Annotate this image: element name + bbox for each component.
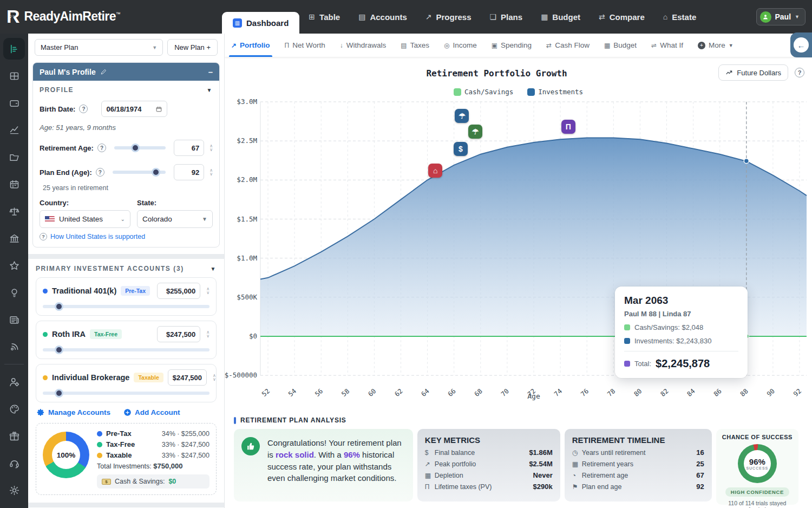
bank-icon[interactable]: Π <box>561 120 575 134</box>
account-value-input[interactable]: $247,500 <box>157 326 200 342</box>
help-icon[interactable]: ? <box>97 144 106 152</box>
age-note: Age: 51 years, 9 months <box>40 123 213 132</box>
tab-accounts[interactable]: ▤Accounts <box>349 0 416 34</box>
sidebar-calendar-icon[interactable] <box>3 173 25 195</box>
sidebar-bank-icon[interactable] <box>3 227 25 249</box>
sidebar-blog-icon[interactable] <box>3 336 25 357</box>
sidebar-scale-icon[interactable] <box>3 200 25 222</box>
medical-house-icon[interactable]: ⌂ <box>428 164 442 178</box>
allocation-legend-row: Pre-Tax34% · $255,000 <box>97 429 209 438</box>
edit-icon[interactable] <box>100 68 107 75</box>
tab-progress[interactable]: ↗Progress <box>416 0 481 34</box>
subtab-more[interactable]: +More▼ <box>698 34 734 57</box>
stepper-arrows[interactable]: ∧∨ <box>209 144 213 152</box>
sidebar-line-chart-icon[interactable] <box>3 119 25 141</box>
stepper-arrows[interactable]: ∧∨ <box>206 287 209 295</box>
help-icon[interactable]: ? <box>96 168 104 177</box>
umbrella-icon[interactable]: ☂ <box>455 109 469 123</box>
chart-help-icon[interactable]: ? <box>795 68 804 77</box>
subtab-net-worth[interactable]: ΠNet Worth <box>285 34 325 57</box>
sidebar-user-settings-icon[interactable] <box>3 371 25 393</box>
slider-handle[interactable] <box>152 168 160 177</box>
legend-item[interactable]: Investments <box>527 88 583 96</box>
accounts-section-title: PRIMARY INVESTMENT ACCOUNTS (3) <box>36 265 184 272</box>
stepper-arrows[interactable]: ∧∨ <box>209 168 213 176</box>
sidebar-folder-icon[interactable] <box>3 146 25 168</box>
accounts-section-header: PRIMARY INVESTMENT ACCOUNTS (3) ▼ <box>36 265 217 272</box>
plan-end-slider[interactable] <box>113 171 166 174</box>
help-icon[interactable]: ? <box>79 105 88 113</box>
tab-dashboard[interactable]: ▥Dashboard <box>222 12 299 34</box>
stepper-arrows[interactable]: ∧∨ <box>206 330 209 338</box>
subtab-spending[interactable]: ▣Spending <box>492 34 532 57</box>
profile-card-header[interactable]: Paul M's Profile – <box>33 63 219 81</box>
slider-handle[interactable] <box>55 389 63 398</box>
country-support-link[interactable]: ? How United States is supported <box>40 233 213 240</box>
tab-plans[interactable]: ❏Plans <box>481 0 532 34</box>
plan-select[interactable]: Master Plan ▼ <box>35 39 163 56</box>
retirement-age-slider[interactable] <box>114 146 166 149</box>
slider-handle[interactable] <box>131 144 140 152</box>
account-slider[interactable] <box>43 392 209 395</box>
manage-accounts-link[interactable]: Manage Accounts <box>37 408 110 416</box>
subtab-taxes[interactable]: ▤Taxes <box>401 34 429 57</box>
sidebar-settings-icon[interactable] <box>3 479 25 501</box>
tab-table[interactable]: ⊞Table <box>299 0 349 34</box>
chevron-down-icon: ▼ <box>795 14 800 19</box>
stepper-arrows[interactable]: ∧∨ <box>213 374 216 381</box>
collapse-panel-button[interactable]: ← <box>790 32 812 57</box>
sidebar-star-icon[interactable] <box>3 255 25 276</box>
add-account-link[interactable]: Add Account <box>123 408 180 416</box>
tab-label: Compare <box>610 12 645 22</box>
account-value-input[interactable]: $255,000 <box>157 283 200 299</box>
sidebar-lightbulb-icon[interactable] <box>3 282 25 303</box>
plan-end-input[interactable]: 92 <box>174 164 204 180</box>
metric-label: Depletion <box>435 472 463 479</box>
calendar-icon[interactable] <box>155 106 162 113</box>
svg-text:$3.0M: $3.0M <box>237 97 257 106</box>
tooltip-row-label: Cash/Savings: $2,048 <box>634 323 703 331</box>
svg-text:64: 64 <box>420 387 430 398</box>
new-plan-button[interactable]: New Plan + <box>167 39 218 56</box>
sidebar-wallet-icon[interactable] <box>3 92 25 114</box>
tab-estate[interactable]: ⌂Estate <box>654 0 706 34</box>
collapse-icon[interactable]: – <box>208 67 213 76</box>
sidebar-palette-icon[interactable] <box>3 398 25 420</box>
country-select[interactable]: United States ⌄ <box>40 210 130 228</box>
plan-end-row: Plan End (Age): ? 92 ∧∨ <box>40 164 213 180</box>
user-menu-button[interactable]: Paul ▼ <box>756 8 806 25</box>
timeline-value: 67 <box>696 471 704 479</box>
slider-handle[interactable] <box>55 302 63 311</box>
account-links: Manage Accounts Add Account <box>36 402 217 417</box>
subtab-cash-flow[interactable]: ⇄Cash Flow <box>546 34 590 57</box>
tab-budget[interactable]: ▦Budget <box>532 0 590 34</box>
slider-handle[interactable] <box>55 346 63 354</box>
sidebar-gift-icon[interactable] <box>3 425 25 447</box>
account-slider[interactable] <box>43 348 209 351</box>
sidebar-support-icon[interactable] <box>3 452 25 474</box>
sidebar-charts-icon[interactable] <box>3 38 25 60</box>
sidebar-news-icon[interactable] <box>3 309 25 330</box>
umbrella-icon[interactable]: ☂ <box>468 125 482 139</box>
collapse-caret-icon[interactable]: ▼ <box>207 87 213 93</box>
subtab-portfolio[interactable]: ↗Portfolio <box>231 34 270 57</box>
birth-date-row: Birth Date: ? 06/18/1974 <box>40 101 213 117</box>
subtab-withdrawals[interactable]: ↓Withdrawals <box>340 34 387 57</box>
dollar-icon[interactable]: $ <box>454 142 468 156</box>
legend-item[interactable]: Cash/Savings <box>454 88 513 96</box>
svg-text:88: 88 <box>739 387 750 398</box>
tab-compare[interactable]: ⇄Compare <box>590 0 654 34</box>
retirement-age-input[interactable]: 67 <box>174 140 204 156</box>
state-select[interactable]: Colorado ▼ <box>137 210 213 228</box>
birth-date-input[interactable]: 06/18/1974 <box>101 101 167 117</box>
account-slider[interactable] <box>43 305 209 308</box>
subtab-budget[interactable]: ▦Budget <box>604 34 637 57</box>
sidebar-table-icon[interactable] <box>3 65 25 87</box>
svg-text:56: 56 <box>313 387 324 398</box>
svg-text:74: 74 <box>553 387 564 398</box>
account-value-input[interactable]: $247,500 <box>168 369 207 386</box>
subtab-what-if[interactable]: ⇌What If <box>651 34 683 57</box>
future-dollars-button[interactable]: Future Dollars <box>718 64 788 81</box>
collapse-caret-icon[interactable]: ▼ <box>211 266 217 272</box>
subtab-income[interactable]: ◎Income <box>444 34 477 57</box>
